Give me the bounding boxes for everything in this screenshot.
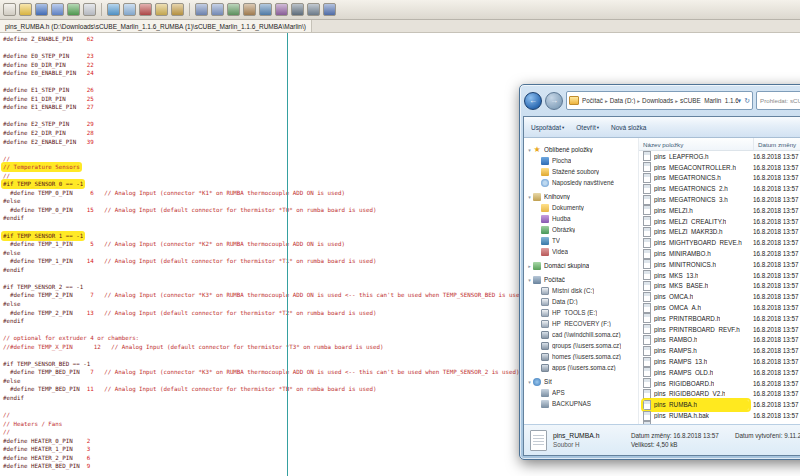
nav-section[interactable]: ▾Knihovny — [526, 191, 638, 202]
file-row[interactable]: pins_MKS_13.h16.8.2018 13:57 — [639, 270, 800, 281]
save-file-icon[interactable] — [35, 3, 48, 16]
file-row[interactable]: pins_OMCA.h16.8.2018 13:57 — [639, 291, 800, 302]
expander-icon[interactable]: ▾ — [526, 379, 533, 385]
nav-item[interactable]: Stažené soubory — [526, 166, 638, 177]
help-icon[interactable] — [323, 3, 336, 16]
code-directive: #define E1_DIR_PIN — [3, 96, 87, 102]
nav-item[interactable]: Místní disk (C:) — [526, 285, 638, 296]
nav-item[interactable]: HP_RECOVERY (F:) — [526, 318, 638, 329]
file-row[interactable]: pins_MEGATRONICS_2.h16.8.2018 13:57 — [639, 183, 800, 194]
redo-icon[interactable] — [123, 3, 136, 16]
find-next-icon[interactable] — [211, 3, 224, 16]
nav-item[interactable]: HP_TOOLS (E:) — [526, 307, 638, 318]
file-row[interactable]: pins_MKS_BASE.h16.8.2018 13:57 — [639, 281, 800, 292]
organize-button[interactable]: Uspořádat ▾ — [531, 124, 564, 131]
file-row[interactable]: pins_MIGHTYBOARD_REVE.h16.8.2018 13:57 — [639, 237, 800, 248]
nav-item[interactable]: homes (\\users.soma.cz) — [526, 351, 638, 362]
open-button[interactable]: Otevřít ▾ — [576, 124, 599, 131]
nav-item[interactable]: groups (\\users.soma.cz) — [526, 340, 638, 351]
new-file-icon[interactable] — [3, 3, 16, 16]
nav-item[interactable]: BACKUPNAS — [526, 398, 638, 409]
file-name: pins_MEGACONTROLLER.h — [654, 164, 736, 171]
file-row[interactable]: pins_PRINTRBOARD_REVF.h16.8.2018 13:57 — [639, 324, 800, 335]
code-explorer-icon[interactable] — [275, 3, 288, 16]
nav-item[interactable]: Naposledy navštívené — [526, 177, 638, 188]
nav-item[interactable]: apps (\\users.soma.cz) — [526, 362, 638, 373]
cut-icon[interactable] — [139, 3, 152, 16]
nav-item[interactable]: APS — [526, 387, 638, 398]
file-name-wrap: pins_RUMBA.h — [643, 400, 749, 410]
file-row[interactable]: pins_LEAPFROG.h16.8.2018 13:57 — [639, 151, 800, 162]
nav-section[interactable]: ▸Domácí skupina — [526, 260, 638, 271]
expander-icon[interactable]: ▾ — [526, 277, 533, 283]
nav-section[interactable]: ▾★Oblíbené položky — [526, 144, 638, 155]
nav-item[interactable]: cad (\\windchill.soma.cz) — [526, 329, 638, 340]
breadcrumb-item[interactable]: Downloads — [641, 97, 674, 104]
file-row[interactable]: pins_RUMBA.h16.8.2018 13:57 — [639, 399, 800, 410]
file-name-wrap: pins_MELZI_MAKR3D.h — [643, 227, 749, 237]
replace-icon[interactable] — [227, 3, 240, 16]
code-text: #endif — [3, 395, 24, 401]
file-row[interactable]: pins_MEGATRONICS.h16.8.2018 13:57 — [639, 173, 800, 184]
undo-icon[interactable] — [107, 3, 120, 16]
print-icon[interactable] — [83, 3, 96, 16]
file-row[interactable]: pins_RAMBO.h16.8.2018 13:57 — [639, 335, 800, 346]
file-row[interactable]: pins_RAMPS_OLD.h16.8.2018 13:57 — [639, 367, 800, 378]
nav-item[interactable]: Obrázky — [526, 224, 638, 235]
file-row[interactable]: pins_MELZI.h16.8.2018 13:57 — [639, 205, 800, 216]
file-row[interactable]: pins_MINIRAMBO.h16.8.2018 13:57 — [639, 248, 800, 259]
nav-item[interactable]: Dokumenty — [526, 202, 638, 213]
ftp-icon[interactable] — [259, 3, 272, 16]
column-header-name[interactable]: Název položky — [639, 138, 754, 150]
refresh-icon[interactable]: ↻ — [744, 97, 750, 105]
nav-item[interactable]: Videa — [526, 246, 638, 257]
file-row[interactable]: pins_RAMPS_13.h16.8.2018 13:57 — [639, 356, 800, 367]
find-icon[interactable] — [195, 3, 208, 16]
breadcrumb-item[interactable]: sCUBE_Marlin_1.1.6_RUMBA (1) — [679, 97, 738, 104]
open-file-icon[interactable] — [19, 3, 32, 16]
file-row[interactable]: pins_RAMPS.h16.8.2018 13:57 — [639, 345, 800, 356]
file-row[interactable]: pins_RIGIDBOARD_V2.h16.8.2018 13:57 — [639, 389, 800, 400]
details-modified: Datum změny: 16.8.2018 13:57 — [631, 432, 719, 439]
reopen-icon[interactable] — [67, 3, 80, 16]
file-row[interactable]: pins_MEGATRONICS_3.h16.8.2018 13:57 — [639, 194, 800, 205]
nav-section[interactable]: ▾Síť — [526, 376, 638, 387]
file-name: pins_MEGATRONICS_3.h — [654, 196, 728, 203]
breadcrumb-item[interactable]: Data (D:) — [609, 97, 637, 104]
nav-section[interactable]: ▾Počítač — [526, 274, 638, 285]
column-header-date[interactable]: Datum změny — [754, 138, 800, 150]
back-button[interactable]: ← — [524, 92, 542, 110]
address-dropdown-icon[interactable]: ▾ — [738, 97, 742, 105]
file-name: pins_RAMBO.h — [654, 336, 697, 343]
nav-item[interactable]: Hudba — [526, 213, 638, 224]
file-row[interactable]: pins_PRINTRBOARD.h16.8.2018 13:57 — [639, 313, 800, 324]
hex-editor-icon[interactable] — [291, 3, 304, 16]
file-tab[interactable]: pins_RUMBA.h (D:\Downloads\sCUBE_Marlin_… — [0, 20, 312, 32]
search-input[interactable]: Prohledat: sCUBE_M — [756, 91, 800, 110]
expander-icon[interactable]: ▾ — [526, 194, 533, 200]
code-directive: #define TEMP_2_PIN — [3, 310, 87, 316]
address-bar[interactable]: Počítač▸Data (D:)▸Downloads▸sCUBE_Marlin… — [566, 91, 753, 110]
nav-item[interactable]: Plocha — [526, 155, 638, 166]
breadcrumb-item[interactable]: Počítač — [581, 97, 604, 104]
copy-icon[interactable] — [155, 3, 168, 16]
project-icon[interactable] — [243, 3, 256, 16]
file-list: Název položky Datum změny pins_LEAPFROG.… — [638, 138, 800, 424]
file-row[interactable]: pins_MELZI_CREALITY.h16.8.2018 13:57 — [639, 216, 800, 227]
new-folder-button[interactable]: Nová složka — [611, 124, 646, 131]
nav-item[interactable]: TV — [526, 235, 638, 246]
file-row[interactable]: pins_RUMBA.h.bak16.8.2018 13:57 — [639, 410, 800, 421]
breadcrumb[interactable]: Počítač▸Data (D:)▸Downloads▸sCUBE_Marlin… — [581, 97, 738, 104]
expander-icon[interactable]: ▸ — [526, 263, 533, 269]
expander-icon[interactable]: ▾ — [526, 147, 533, 153]
file-row[interactable]: pins_OMCA_A.h16.8.2018 13:57 — [639, 302, 800, 313]
save-all-icon[interactable] — [51, 3, 64, 16]
forward-button[interactable]: → — [545, 92, 563, 110]
file-row[interactable]: pins_MELZI_MAKR3D.h16.8.2018 13:57 — [639, 227, 800, 238]
paste-icon[interactable] — [171, 3, 184, 16]
nav-item[interactable]: Data (D:) — [526, 296, 638, 307]
file-row[interactable]: pins_MEGACONTROLLER.h16.8.2018 13:57 — [639, 162, 800, 173]
file-row[interactable]: pins_RIGIDBOARD.h16.8.2018 13:57 — [639, 378, 800, 389]
file-row[interactable]: pins_MINITRONICS.h16.8.2018 13:57 — [639, 259, 800, 270]
settings-icon[interactable] — [307, 3, 320, 16]
